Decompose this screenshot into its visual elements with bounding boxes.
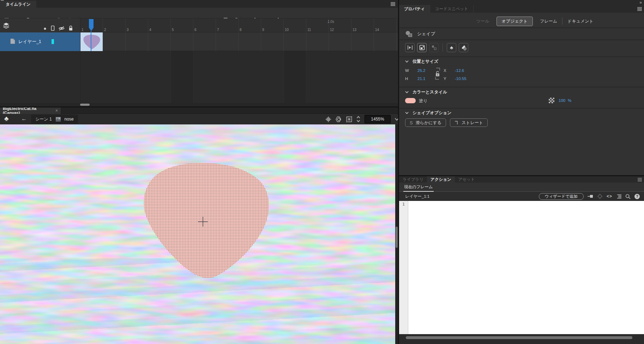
document-tab[interactable]: BigElectricCat.fla (Canvas) × [0, 108, 61, 114]
layer-track[interactable] [80, 32, 398, 51]
keyframe-cell[interactable] [80, 32, 103, 51]
format-code-icon[interactable] [616, 194, 621, 199]
zoom-level-input[interactable]: 1455% [365, 115, 391, 123]
editor-hscrollbar[interactable] [399, 334, 644, 344]
code-snippets-icon[interactable]: <> [607, 194, 612, 199]
rotation-tool-icon[interactable] [335, 116, 342, 122]
frame-cell[interactable] [261, 32, 284, 51]
w-value[interactable]: 25.2 [417, 68, 425, 73]
subtab-object[interactable]: オブジェクト [496, 17, 533, 26]
lock-layer-icon[interactable] [68, 25, 73, 31]
ruler-frame-cell[interactable]: 13 [351, 18, 374, 32]
position-size-header[interactable]: 位置とサイズ [405, 59, 438, 64]
zoom-stepper[interactable] [356, 116, 361, 123]
expand-fill-button[interactable] [417, 43, 427, 52]
frame-cell[interactable] [148, 32, 171, 51]
frame-cell[interactable] [126, 32, 148, 51]
ruler-frame-cell[interactable]: 2 [103, 18, 126, 32]
target-scope-icon[interactable] [597, 194, 603, 199]
hide-layer-eye-icon[interactable] [58, 26, 65, 31]
ruler-frame-cell[interactable]: 3 [126, 18, 148, 32]
ruler-frame-cell[interactable]: 4 [148, 18, 171, 32]
frame-cell[interactable] [103, 32, 126, 51]
alpha-value[interactable]: 100 [559, 98, 565, 103]
h-value[interactable]: 21.1 [417, 76, 425, 81]
stage[interactable] [0, 124, 398, 344]
smooth-button[interactable]: S 滑らかにする [405, 118, 446, 127]
help-icon[interactable]: ? [634, 194, 640, 199]
outline-column-icon[interactable] [51, 25, 55, 31]
x-value[interactable]: -12.6 [455, 68, 464, 73]
ruler-frame-cell[interactable]: 6 [193, 18, 216, 32]
frame-cell[interactable] [239, 32, 261, 51]
color-style-header[interactable]: カラーとスタイル [405, 89, 447, 95]
close-icon[interactable]: × [55, 108, 58, 113]
tab-properties[interactable]: プロパティ [399, 5, 430, 13]
layer-color-marker[interactable] [52, 39, 54, 44]
actions-scope-bar: 現在のフレーム [399, 183, 644, 192]
properties-menu-icon[interactable] [637, 7, 642, 11]
current-frame-scope-tab[interactable]: 現在のフレーム [403, 183, 434, 192]
center-stage-icon[interactable] [325, 116, 331, 122]
frame-cell[interactable] [216, 32, 239, 51]
subtab-tool[interactable]: ツール [471, 18, 494, 24]
timeline-hscroll-handle[interactable] [80, 104, 90, 106]
frame-cell[interactable] [284, 32, 306, 51]
tab-actions[interactable]: アクション [427, 176, 455, 183]
editor-hscroll-handle[interactable] [406, 336, 632, 339]
frame-cell[interactable] [193, 32, 216, 51]
stage-vscroll-handle[interactable] [396, 227, 398, 248]
fill-color-swatch[interactable] [405, 98, 416, 103]
ruler-frame-cell[interactable]: 7 [216, 18, 239, 32]
ruler-frame-cell[interactable]: 14 [374, 18, 397, 32]
timeline-menu-icon[interactable] [390, 2, 396, 6]
timeline-toolbar: 12.00 FPS 1 F ‹ A › ◀ ▶ [0, 8, 398, 18]
search-icon[interactable] [625, 194, 631, 199]
combine-shapes-button[interactable] [429, 43, 439, 52]
pin-script-icon[interactable] [588, 194, 593, 198]
straighten-button[interactable]: ストレート [450, 118, 488, 127]
timeline-hscrollbar[interactable] [0, 103, 398, 106]
breadcrumb-scene[interactable]: シーン 1 [35, 116, 52, 122]
y-value[interactable]: -10.55 [455, 76, 467, 81]
link-wh-icon[interactable] [433, 67, 442, 80]
frame-cell[interactable] [329, 32, 351, 51]
script-editor[interactable]: 1 [399, 201, 644, 334]
frame-cell[interactable] [374, 32, 397, 51]
subtab-document[interactable]: ドキュメント [562, 18, 598, 24]
clip-content-icon[interactable] [346, 116, 352, 122]
breadcrumb-symbol[interactable]: nose [65, 117, 74, 122]
tab-library[interactable]: ライブラリ [399, 176, 427, 183]
ruler-frame-cell[interactable]: 11 [306, 18, 329, 32]
add-with-wizard-button[interactable]: ウィザードで追加 [539, 193, 584, 200]
ruler-frame-cell[interactable]: 10 [284, 18, 306, 32]
shape-options-header[interactable]: シェイプオプション [405, 110, 452, 116]
position-size-title: 位置とサイズ [413, 59, 438, 64]
ruler-frame-cell[interactable]: 9 [261, 18, 284, 32]
zoom-dropdown-icon[interactable] [395, 118, 398, 121]
tab-timeline[interactable]: タイムライン [0, 1, 36, 8]
layer-name[interactable]: レイヤー_1 [18, 39, 41, 45]
tab-code-snippets[interactable]: コードスニペット [430, 5, 474, 13]
timeline-grid[interactable]: 1 2 3 4 5 6 7 8 9 10 11 12 13 14 1.0s [80, 18, 398, 103]
frame-cell[interactable] [171, 32, 193, 51]
actions-menu-icon[interactable] [637, 178, 642, 182]
frame-cell[interactable] [306, 32, 329, 51]
ruler-frame-cell[interactable]: 8 [239, 18, 261, 32]
alpha-checker-icon[interactable] [549, 98, 554, 103]
frame-cell[interactable] [351, 32, 374, 51]
stage-vscrollbar[interactable] [395, 124, 398, 344]
layer-row[interactable]: レイヤー_1 [0, 32, 80, 51]
back-arrow-icon[interactable]: ← [21, 116, 27, 122]
brush-library-button[interactable]: ♣ [447, 43, 456, 52]
tab-assets[interactable]: アセット [455, 176, 479, 183]
edit-bar: ♣ ← シーン 1 nose 1455% [0, 114, 398, 124]
subtab-frame[interactable]: フレーム [535, 18, 562, 24]
frame-ruler[interactable]: 1 2 3 4 5 6 7 8 9 10 11 12 13 14 [80, 18, 398, 32]
collapse-panel-icon[interactable]: » [639, 0, 642, 5]
add-brush-button[interactable] [459, 43, 468, 52]
color-style-title: カラーとスタイル [413, 89, 447, 95]
fit-width-button[interactable] [405, 43, 415, 52]
ruler-frame-cell[interactable]: 5 [171, 18, 193, 32]
highlight-dot-icon[interactable] [44, 27, 46, 30]
